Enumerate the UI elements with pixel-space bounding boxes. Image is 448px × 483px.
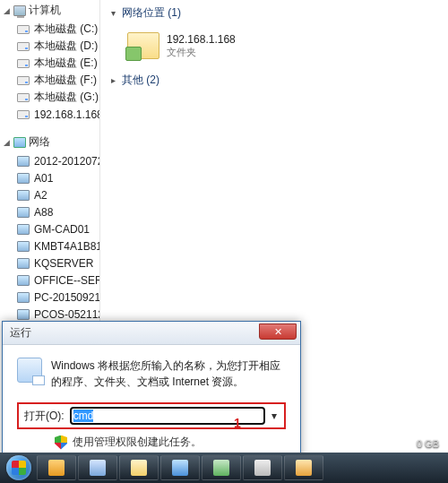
tree-label: 计算机 xyxy=(29,3,61,18)
tree-node-network[interactable]: ◢ 网络 xyxy=(0,132,99,152)
tree-node-drive[interactable]: 本地磁盘 (D:) xyxy=(0,38,99,55)
run-dialog-icon xyxy=(17,358,42,383)
tree-node-pc[interactable]: KQSERVER xyxy=(0,254,99,272)
tree-node-drive[interactable]: 本地磁盘 (F:) xyxy=(0,72,99,89)
app-icon xyxy=(90,460,106,476)
pc-icon xyxy=(16,273,30,288)
app-icon xyxy=(48,460,65,476)
pc-icon xyxy=(16,239,30,254)
collapse-arrow-icon: ▾ xyxy=(111,8,122,18)
admin-privilege-text: 使用管理权限创建此任务。 xyxy=(73,435,202,450)
drive-icon xyxy=(16,22,30,37)
dialog-title: 运行 xyxy=(10,325,31,341)
drive-icon xyxy=(16,56,30,71)
item-name: 192.168.1.168 xyxy=(167,33,236,46)
item-type: 文件夹 xyxy=(167,46,236,59)
taskbar-item[interactable] xyxy=(243,455,282,480)
pc-icon xyxy=(16,222,30,237)
network-drive-icon xyxy=(16,108,30,122)
tree-node-computer[interactable]: ◢ 计算机 xyxy=(0,0,99,21)
tree-node-pc[interactable]: OFFICE--SERVER xyxy=(0,272,99,289)
app-icon xyxy=(254,460,271,476)
app-icon xyxy=(213,460,229,476)
close-button[interactable]: ✕ xyxy=(259,323,297,340)
open-label: 打开(O): xyxy=(24,409,65,424)
explorer-icon xyxy=(131,460,147,476)
tree-node-drive[interactable]: 本地磁盘 (E:) xyxy=(0,55,99,72)
taskbar-item[interactable] xyxy=(119,455,159,480)
pc-icon xyxy=(16,171,30,185)
tree-node-pc[interactable]: A2 xyxy=(0,186,99,203)
taskbar-item[interactable] xyxy=(37,455,76,480)
tree-node-network-location[interactable]: 192.168.1.168 xyxy=(0,106,99,123)
pc-icon xyxy=(16,154,30,168)
tree-node-drive[interactable]: 本地磁盘 (C:) xyxy=(0,21,99,38)
windows-orb-icon xyxy=(6,455,31,480)
tree-node-pc[interactable]: 2012-20120726WK xyxy=(0,152,99,169)
shared-folder-icon xyxy=(125,28,161,64)
group-header-network-location[interactable]: ▾ 网络位置 (1) xyxy=(108,4,448,24)
dropdown-arrow-icon[interactable]: ▾ xyxy=(268,410,280,422)
shield-icon xyxy=(55,436,67,450)
pc-icon xyxy=(16,256,30,271)
dialog-titlebar[interactable]: 运行 ✕ xyxy=(3,322,300,345)
taskbar xyxy=(0,453,448,483)
tree-node-pc[interactable]: GM-CAD01 xyxy=(0,220,99,237)
tree-node-pc[interactable]: KMBT4A1B81 xyxy=(0,237,99,254)
expand-arrow-icon: ◢ xyxy=(4,138,13,147)
network-icon xyxy=(13,135,27,150)
group-header-other[interactable]: ▸ 其他 (2) xyxy=(108,67,448,88)
app-icon xyxy=(172,460,188,476)
tree-node-drive[interactable]: 本地磁盘 (G:) xyxy=(0,89,99,106)
computer-icon xyxy=(13,4,27,18)
tree-node-pc[interactable]: A01 xyxy=(0,169,99,186)
app-icon xyxy=(296,460,312,476)
list-item-network-folder[interactable]: 192.168.1.168 文件夹 xyxy=(108,24,448,67)
annotation-number-1: 1 xyxy=(234,416,241,430)
pc-icon xyxy=(16,307,30,322)
dialog-description: Windows 将根据您所输入的名称，为您打开相应的程序、文件夹、文档或 Int… xyxy=(51,358,286,390)
close-icon: ✕ xyxy=(274,326,282,338)
taskbar-item[interactable] xyxy=(160,455,200,480)
expand-arrow-icon: ◢ xyxy=(4,6,13,15)
taskbar-item[interactable] xyxy=(78,455,117,480)
pc-icon xyxy=(16,205,30,220)
tree-node-pc[interactable]: PC-20150921YJUN xyxy=(0,289,99,306)
drive-icon xyxy=(16,73,30,88)
annotation-box-1: 打开(O): ▾ xyxy=(17,402,286,429)
taskbar-item[interactable] xyxy=(202,455,241,480)
expand-arrow-icon: ▸ xyxy=(111,75,122,85)
start-button[interactable] xyxy=(2,453,36,483)
tree-label: 网络 xyxy=(29,134,50,150)
drive-icon xyxy=(16,91,30,105)
tree-node-pc[interactable]: A88 xyxy=(0,203,99,220)
pc-icon xyxy=(16,188,30,203)
status-disk-size: 0 GB xyxy=(417,438,439,449)
pc-icon xyxy=(16,290,30,305)
taskbar-item[interactable] xyxy=(284,455,323,480)
drive-icon xyxy=(16,39,30,54)
